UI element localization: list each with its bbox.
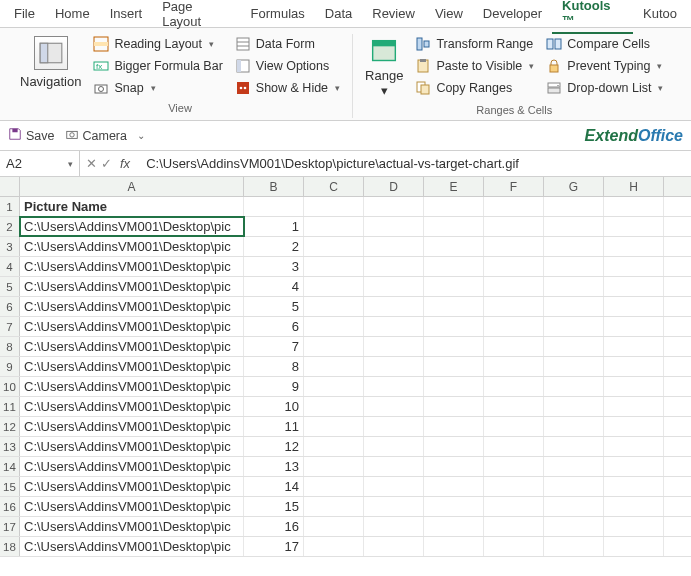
cell[interactable] (364, 317, 424, 336)
cell[interactable] (304, 417, 364, 436)
fx-icon[interactable]: fx (116, 156, 134, 171)
cell[interactable]: C:\Users\AddinsVM001\Desktop\pic (20, 257, 244, 276)
cell[interactable] (304, 377, 364, 396)
cell[interactable] (604, 357, 664, 376)
cell[interactable] (544, 397, 604, 416)
cell[interactable] (304, 197, 364, 216)
row-header[interactable]: 6 (0, 297, 20, 316)
navigation-button[interactable]: Navigation (14, 34, 87, 91)
cell[interactable] (544, 377, 604, 396)
cell[interactable] (544, 297, 604, 316)
cell[interactable] (484, 217, 544, 236)
cell[interactable] (544, 437, 604, 456)
cancel-formula-button[interactable]: ✕ (86, 156, 97, 171)
cell[interactable]: C:\Users\AddinsVM001\Desktop\pic (20, 437, 244, 456)
cell[interactable] (364, 517, 424, 536)
row-header[interactable]: 14 (0, 457, 20, 476)
name-box[interactable]: A2▾ (0, 151, 80, 176)
cell[interactable]: C:\Users\AddinsVM001\Desktop\pic (20, 357, 244, 376)
cell[interactable] (364, 437, 424, 456)
cell[interactable]: 1 (244, 217, 304, 236)
cell[interactable] (544, 497, 604, 516)
cell[interactable]: C:\Users\AddinsVM001\Desktop\pic (20, 217, 244, 236)
row-header[interactable]: 7 (0, 317, 20, 336)
cell[interactable] (484, 317, 544, 336)
cell[interactable] (604, 537, 664, 556)
cell[interactable] (544, 317, 604, 336)
cell[interactable] (304, 517, 364, 536)
save-button[interactable]: Save (8, 127, 55, 144)
cell[interactable] (364, 237, 424, 256)
select-all-corner[interactable] (0, 177, 20, 196)
cell[interactable] (364, 197, 424, 216)
cell[interactable]: 2 (244, 237, 304, 256)
range-button[interactable]: Range ▾ (359, 34, 409, 100)
row-header[interactable]: 3 (0, 237, 20, 256)
cell[interactable]: C:\Users\AddinsVM001\Desktop\pic (20, 497, 244, 516)
cell[interactable]: 15 (244, 497, 304, 516)
cell[interactable] (604, 417, 664, 436)
cell[interactable]: 6 (244, 317, 304, 336)
column-header-E[interactable]: E (424, 177, 484, 196)
copy-ranges-button[interactable]: Copy Ranges (411, 78, 538, 98)
cell[interactable] (364, 297, 424, 316)
row-header[interactable]: 9 (0, 357, 20, 376)
cell[interactable] (304, 337, 364, 356)
cell[interactable] (604, 517, 664, 536)
cell[interactable] (484, 457, 544, 476)
cell[interactable] (484, 297, 544, 316)
row-header[interactable]: 2 (0, 217, 20, 236)
cell[interactable] (424, 237, 484, 256)
menu-view[interactable]: View (425, 2, 473, 25)
cell[interactable] (304, 257, 364, 276)
paste-to-visible-button[interactable]: Paste to Visible▾ (411, 56, 538, 76)
column-header-F[interactable]: F (484, 177, 544, 196)
cell[interactable]: C:\Users\AddinsVM001\Desktop\pic (20, 377, 244, 396)
cell[interactable] (424, 517, 484, 536)
cell[interactable] (544, 537, 604, 556)
row-header[interactable]: 10 (0, 377, 20, 396)
cell[interactable] (484, 497, 544, 516)
cell[interactable] (544, 417, 604, 436)
cell[interactable] (364, 417, 424, 436)
cell[interactable]: C:\Users\AddinsVM001\Desktop\pic (20, 517, 244, 536)
cell[interactable] (424, 457, 484, 476)
cell[interactable] (304, 237, 364, 256)
cell[interactable] (364, 377, 424, 396)
row-header[interactable]: 11 (0, 397, 20, 416)
row-header[interactable]: 4 (0, 257, 20, 276)
cell[interactable] (484, 337, 544, 356)
cell[interactable] (604, 237, 664, 256)
cell[interactable]: C:\Users\AddinsVM001\Desktop\pic (20, 237, 244, 256)
cell[interactable] (364, 477, 424, 496)
cell[interactable] (604, 217, 664, 236)
cell[interactable]: 3 (244, 257, 304, 276)
cell[interactable] (544, 357, 604, 376)
menu-kutoo[interactable]: Kutoo (633, 2, 687, 25)
cell[interactable]: 5 (244, 297, 304, 316)
cell[interactable]: C:\Users\AddinsVM001\Desktop\pic (20, 397, 244, 416)
cell[interactable] (424, 437, 484, 456)
cell[interactable] (544, 457, 604, 476)
cell[interactable] (304, 457, 364, 476)
cell[interactable]: 8 (244, 357, 304, 376)
row-header[interactable]: 1 (0, 197, 20, 216)
column-header-A[interactable]: A (20, 177, 244, 196)
row-header[interactable]: 17 (0, 517, 20, 536)
cell[interactable] (304, 297, 364, 316)
cell[interactable]: Picture Name (20, 197, 244, 216)
cell[interactable] (544, 517, 604, 536)
cell[interactable] (364, 497, 424, 516)
cell[interactable]: 11 (244, 417, 304, 436)
transform-range-button[interactable]: Transform Range (411, 34, 538, 54)
cell[interactable] (304, 277, 364, 296)
column-header-D[interactable]: D (364, 177, 424, 196)
cell[interactable] (604, 377, 664, 396)
drop-down-list-button[interactable]: Drop-down List▾ (542, 78, 667, 98)
cell[interactable]: C:\Users\AddinsVM001\Desktop\pic (20, 277, 244, 296)
cell[interactable] (364, 397, 424, 416)
cell[interactable] (364, 217, 424, 236)
cell[interactable] (544, 477, 604, 496)
cell[interactable] (604, 197, 664, 216)
cell[interactable] (484, 277, 544, 296)
